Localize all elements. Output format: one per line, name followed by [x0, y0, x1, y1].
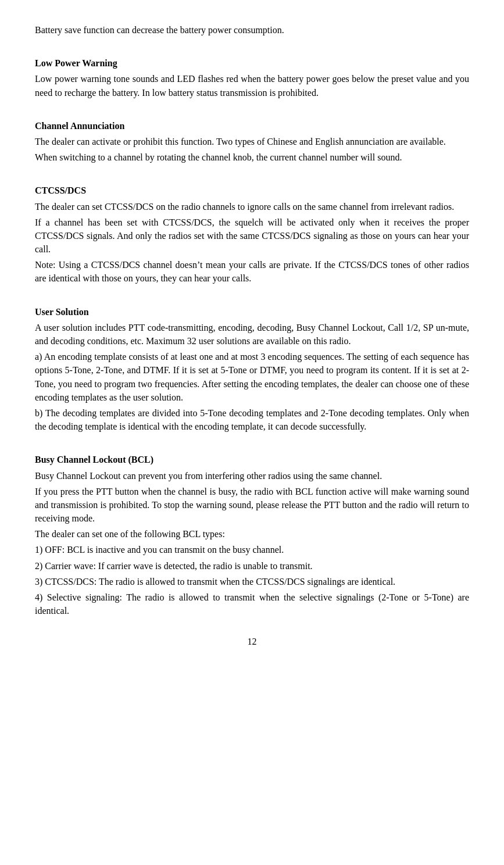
channel-annunciation-title: Channel Annunciation: [35, 119, 469, 133]
section-user-solution: User Solution A user solution includes P…: [35, 305, 469, 434]
ctcss-dcs-p1: The dealer can set CTCSS/DCS on the radi…: [35, 200, 469, 213]
section-battery-intro: Battery save function can decrease the b…: [35, 23, 469, 37]
busy-channel-lockout-body: Busy Channel Lockout can prevent you fro…: [35, 469, 469, 618]
bcl-p7: 4) Selective signaling: The radio is all…: [35, 591, 469, 617]
user-solution-p3: b) The decoding templates are divided in…: [35, 406, 469, 433]
battery-intro-p1: Battery save function can decrease the b…: [35, 23, 469, 37]
channel-annunciation-p1: The dealer can activate or prohibit this…: [35, 135, 469, 148]
bcl-p1: Busy Channel Lockout can prevent you fro…: [35, 469, 469, 482]
user-solution-p2: a) An encoding template consists of at l…: [35, 350, 469, 404]
channel-annunciation-body: The dealer can activate or prohibit this…: [35, 135, 469, 164]
user-solution-title: User Solution: [35, 305, 469, 319]
channel-annunciation-p2: When switching to a channel by rotating …: [35, 151, 469, 164]
bcl-p5: 2) Carrier wave: If carrier wave is dete…: [35, 559, 469, 573]
low-power-warning-p1: Low power warning tone sounds and LED fl…: [35, 72, 469, 99]
bcl-p4: 1) OFF: BCL is inactive and you can tran…: [35, 543, 469, 556]
ctcss-dcs-title: CTCSS/DCS: [35, 184, 469, 197]
page-number: 12: [35, 635, 469, 648]
page-content: Battery save function can decrease the b…: [35, 23, 469, 649]
section-low-power-warning: Low Power Warning Low power warning tone…: [35, 56, 469, 99]
ctcss-dcs-p2: If a channel has been set with CTCSS/DCS…: [35, 216, 469, 256]
bcl-p2: If you press the PTT button when the cha…: [35, 485, 469, 526]
bcl-p6: 3) CTCSS/DCS: The radio is allowed to tr…: [35, 575, 469, 588]
section-ctcss-dcs: CTCSS/DCS The dealer can set CTCSS/DCS o…: [35, 184, 469, 285]
section-busy-channel-lockout: Busy Channel Lockout (BCL) Busy Channel …: [35, 453, 469, 617]
section-battery-intro-body: Battery save function can decrease the b…: [35, 23, 469, 37]
ctcss-dcs-p3: Note: Using a CTCSS/DCS channel doesn’t …: [35, 258, 469, 285]
low-power-warning-title: Low Power Warning: [35, 56, 469, 70]
user-solution-p1: A user solution includes PTT code-transm…: [35, 321, 469, 348]
low-power-warning-body: Low power warning tone sounds and LED fl…: [35, 72, 469, 99]
ctcss-dcs-body: The dealer can set CTCSS/DCS on the radi…: [35, 200, 469, 285]
bcl-p3: The dealer can set one of the following …: [35, 527, 469, 541]
section-channel-annunciation: Channel Annunciation The dealer can acti…: [35, 119, 469, 165]
busy-channel-lockout-title: Busy Channel Lockout (BCL): [35, 453, 469, 466]
user-solution-body: A user solution includes PTT code-transm…: [35, 321, 469, 434]
